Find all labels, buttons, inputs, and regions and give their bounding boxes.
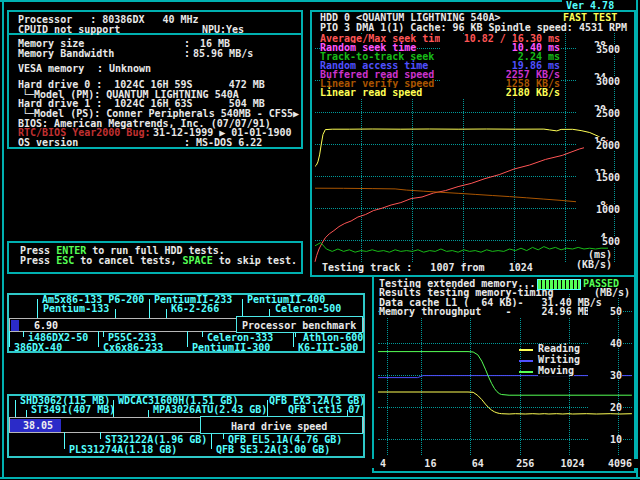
mem-axis-x-tick: 256 [501,459,549,469]
version-label: Ver 4.78 [566,1,614,11]
benchmark-ref-tick [103,331,104,337]
system-info-text: CPUID not support [18,25,120,35]
mem-axis-y-tick: 40 [588,339,622,349]
mem-axis-x-tick: 16 [406,459,454,469]
benchmark-ref-label: Celeron-333 [207,333,273,343]
benchmark-ref-tick [148,410,149,418]
hdd-axis-kbs-tick: 2000 [584,141,620,151]
memory-status-text: Memory throughput - 24.96 MB/s [379,307,602,317]
hdd-testing-track-status: Testing track : 1007 from 1024 [322,263,533,273]
system-info-text: : [184,49,190,59]
legend-label-moving: Moving [538,366,574,376]
benchmark-ref-tick [9,331,10,347]
mem-axis-x-tick: 4096 [596,459,640,469]
benchmark-ref-tick [166,309,167,319]
benchmark-ref-tick [15,400,16,417]
hint-segment: ESC [56,255,74,266]
benchmark-ref-tick [293,331,294,347]
benchmark-ref-label: Cx6x86-233 [103,343,163,353]
benchmark-ref-tick [115,309,116,319]
benchmark-ref-label: QFB EL5.1A(4.76 GB) [228,435,342,445]
benchmark-ref-label: PLS31274A(1.18 GB) [69,445,177,455]
hdd-axis-unit-kbs: (KB/s) [576,260,612,270]
hdd-axis-kbs-tick: 1000 [584,205,620,215]
cpu-benchmark-marker [11,320,19,331]
system-info-text: Memory Bandwidth [18,49,114,59]
benchmark-ref-tick [149,299,150,318]
legend-label-reading: Reading [538,344,580,354]
system-info-text: OS version [18,138,78,148]
speedsys-screen: Ver 4.78 HDD 0 <QUANTUM LIGHTNING 540A> … [0,0,640,480]
mem-axis-x-tick: 4 [359,459,407,469]
cpu-benchmark-title-box: Processor benchmark [236,316,363,333]
mem-axis-y-tick: 10 [588,435,622,445]
benchmark-ref-tick [64,432,65,449]
mem-axis-y-tick: 50 [588,307,622,317]
hdd-benchmark-value: 38.05 [23,421,53,431]
mem-axis-x-tick: 64 [454,459,502,469]
legend-label-writing: Writing [538,355,580,365]
benchmark-ref-label: PentiumII-300 [192,343,270,353]
legend-swatch-reading [519,349,533,351]
mem-axis-y-tick: 20 [588,403,622,413]
system-info-text: : MS-DOS 6.22 [184,138,262,148]
system-info-text: Unknown [109,64,151,74]
system-info-text: : [97,64,103,74]
hdd-axis-kbs-tick: 3000 [584,77,620,87]
cpu-benchmark-value: 6.90 [34,321,58,331]
hint-segment: SPACE [183,255,213,266]
benchmark-ref-label: 386DX-40 [14,343,62,353]
legend-swatch-writing [519,360,533,362]
benchmark-ref-label: QFB lct15 07 [288,405,360,415]
benchmark-ref-label: Athlon-600 [303,333,363,343]
benchmark-ref-label: QFB SE3.2A(3.00 GB) [216,445,330,455]
memory-test-progress-bar [537,279,581,290]
benchmark-ref-tick [37,299,38,318]
screen-border-bottom [0,477,640,479]
benchmark-ref-tick [23,331,24,337]
hdd-stat-label: Linear read speed [320,88,422,98]
benchmark-ref-label: P55C-233 [108,333,156,343]
hdd-axis-kbs-tick: 3500 [584,45,620,55]
hdd-axis-kbs-tick: 500 [584,237,620,247]
hdd-benchmark-title: Hard drive speed [231,422,327,432]
benchmark-ref-label: K6-2-266 [171,304,219,314]
hint-segment: Press [20,255,56,266]
system-info-text: NPU:Yes [202,25,244,35]
benchmark-ref-label: Celeron-500 [275,304,341,314]
benchmark-ref-label: MPA3026ATU(2.43 GB) [153,405,267,415]
benchmark-ref-label: Pentium-133 [43,304,109,314]
mem-axis-y-tick: 30 [588,371,622,381]
benchmark-ref-tick [202,331,203,337]
benchmark-ref-label: ST32122A(1.96 GB) [105,435,207,445]
hdd-benchmark-title-box: Hard drive speed [200,416,363,434]
hint-segment: to cancel tests, [74,255,182,266]
benchmark-ref-tick [100,432,101,439]
hdd-axis-kbs-tick: 1500 [584,173,620,183]
press-key-hint: Press ESC to cancel tests, SPACE to skip… [20,256,297,266]
benchmark-ref-label: ST3491(407 MB) [31,405,115,415]
system-info-text: VESA memory [18,64,84,74]
benchmark-ref-label: i486DX2-50 [28,333,88,343]
legend-swatch-moving [519,371,533,373]
hdd-stat-value: 2180 KB/s [440,88,560,98]
hdd-axis-kbs-tick: 2500 [584,109,620,119]
hint-segment: to skip test. [213,255,297,266]
hdd-test-subtitle: PIO 3 DMA 1(1) Cache: 96 KB Spindle spee… [320,23,627,33]
benchmark-ref-tick [98,331,99,347]
benchmark-ref-tick [211,432,212,449]
benchmark-ref-tick [26,410,27,418]
mem-axis-x-tick: 1024 [549,459,597,469]
screen-border-right [636,0,638,477]
system-info-text: └─Model (PS): Conner Peripherals 540MB -… [22,109,299,119]
screen-border-left [2,0,4,477]
screen-border-top [0,0,562,2]
benchmark-ref-label: K6-III-500 [298,343,358,353]
system-info-text: 85.96 MB/s [193,49,253,59]
benchmark-ref-tick [187,331,188,347]
cpu-benchmark-title: Processor benchmark [242,321,356,331]
